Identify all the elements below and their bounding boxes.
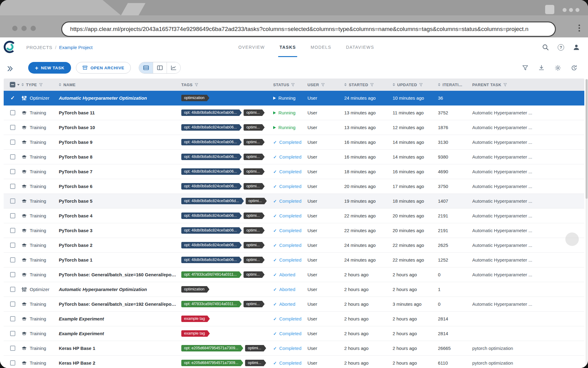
row-checkbox-cell[interactable] — [4, 301, 21, 307]
table-row[interactable]: Training PyTorch base: General/batch_siz… — [4, 267, 584, 282]
filter-icon[interactable] — [39, 83, 43, 86]
table-row[interactable]: Training PyTorch base 10 opt: 48db0b8a6c… — [4, 120, 584, 135]
row-checkbox-cell[interactable] — [4, 169, 21, 174]
select-all-checkbox[interactable] — [10, 82, 15, 87]
sort-icon[interactable] — [438, 83, 440, 86]
row-checkbox-cell[interactable] — [4, 346, 21, 351]
tab-dataviews[interactable]: DATAVIEWS — [346, 37, 374, 57]
user-avatar[interactable] — [573, 44, 580, 51]
tab-overview[interactable]: OVERVIEW — [238, 37, 265, 57]
scroll-indicator[interactable] — [565, 232, 579, 246]
sort-icon[interactable] — [393, 83, 395, 86]
table-view-button[interactable] — [139, 62, 153, 73]
row-checkbox[interactable] — [10, 228, 15, 233]
task-name[interactable]: Automatic Hyperparameter Optimization — [59, 287, 181, 292]
tab-models[interactable]: MODELS — [311, 37, 331, 57]
select-all-cell[interactable] — [4, 82, 21, 87]
table-row[interactable]: Training PyTorch base 8 opt: 48db0b8a6c8… — [4, 150, 584, 164]
task-name[interactable]: PyTorch base 7 — [59, 169, 181, 174]
new-task-button[interactable]: + NEW TASK — [28, 62, 71, 74]
row-checkbox-cell[interactable] — [4, 95, 21, 101]
row-checkbox-cell[interactable] — [4, 272, 21, 277]
sort-icon[interactable] — [59, 83, 61, 86]
row-checkbox[interactable] — [10, 331, 15, 336]
column-header-user[interactable]: USER — [307, 82, 344, 87]
column-header-name[interactable]: NAME — [59, 82, 181, 87]
filter-icon[interactable] — [522, 64, 529, 71]
column-header-parent-task[interactable]: PARENT TASK — [472, 82, 584, 87]
table-row[interactable]: Training PyTorch base 6 opt: 48db0b8a6c8… — [4, 179, 584, 194]
row-checkbox-cell[interactable] — [4, 184, 21, 189]
task-name[interactable]: PyTorch base 11 — [59, 110, 181, 115]
detail-view-button[interactable] — [153, 62, 167, 73]
task-name[interactable]: PyTorch base 6 — [59, 184, 181, 189]
sort-icon[interactable] — [344, 83, 347, 86]
filter-icon[interactable] — [195, 83, 198, 86]
window-menu-dots-icon[interactable] — [563, 8, 579, 12]
task-name[interactable]: Example Experiment — [59, 316, 181, 321]
search-icon[interactable] — [542, 44, 549, 51]
column-header-updated[interactable]: UPDATED — [393, 82, 438, 87]
task-name[interactable]: PyTorch base 5 — [59, 198, 181, 204]
column-header-type[interactable]: TYPE — [21, 82, 59, 87]
task-name[interactable]: PyTorch base 4 — [59, 213, 181, 218]
table-row[interactable]: Training PyTorch base 3 opt: 48db0b8a6c8… — [4, 223, 584, 238]
row-checkbox-cell[interactable] — [4, 257, 21, 263]
row-checkbox-cell[interactable] — [4, 125, 21, 130]
table-row[interactable]: Training PyTorch base 1 opt: 48db0b8a6c8… — [4, 253, 584, 267]
table-row[interactable]: Training PyTorch base 7 opt: 48db0b8a6c8… — [4, 164, 584, 179]
row-checkbox[interactable] — [10, 360, 15, 366]
help-icon[interactable]: ? — [558, 44, 564, 51]
row-checkbox[interactable] — [10, 243, 15, 248]
row-checkbox[interactable] — [10, 169, 15, 174]
tab-tasks[interactable]: TASKS — [280, 37, 296, 57]
table-row[interactable]: Training PyTorch base 5 opt: 48db0b8a6c8… — [4, 194, 584, 209]
task-name[interactable]: PyTorch base 3 — [59, 228, 181, 233]
task-name[interactable]: PyTorch base 1 — [59, 257, 181, 263]
table-row[interactable]: Training Example Experiment example tag … — [4, 312, 584, 326]
task-name[interactable]: PyTorch base: General/batch_size=160 Gen… — [59, 272, 181, 277]
column-header-tags[interactable]: TAGS — [181, 82, 273, 87]
table-row[interactable]: Training Keras HP Base 1 opt: e205d684f7… — [4, 341, 584, 356]
column-header-status[interactable]: STATUS — [273, 82, 307, 87]
table-row[interactable]: Training PyTorch base 4 opt: 48db0b8a6c8… — [4, 209, 584, 223]
row-checkbox[interactable] — [10, 198, 15, 204]
breadcrumb-current-project[interactable]: Example Project — [59, 45, 92, 50]
open-archive-button[interactable]: OPEN ARCHIVE — [76, 62, 131, 74]
row-checkbox[interactable] — [10, 301, 15, 307]
table-row[interactable]: Optimizer Automatic Hyperparameter Optim… — [4, 282, 584, 297]
row-checkbox[interactable] — [10, 110, 15, 115]
row-checkbox[interactable] — [10, 257, 15, 263]
compare-view-button[interactable] — [167, 62, 180, 73]
row-checkbox-cell[interactable] — [4, 140, 21, 145]
settings-gear-icon[interactable] — [554, 64, 561, 71]
filter-icon[interactable] — [503, 83, 507, 86]
filter-icon[interactable] — [419, 83, 423, 86]
filter-icon[interactable] — [321, 83, 325, 86]
download-icon[interactable] — [538, 64, 545, 71]
window-control-button[interactable] — [545, 5, 554, 14]
row-checkbox[interactable] — [10, 213, 15, 218]
row-checkbox[interactable] — [10, 140, 15, 145]
task-name[interactable]: PyTorch base 8 — [59, 154, 181, 159]
row-checkbox[interactable] — [10, 316, 15, 321]
sort-icon[interactable] — [21, 83, 24, 86]
task-name[interactable]: Keras HP Base 2 — [59, 360, 181, 366]
row-checkbox[interactable] — [10, 125, 15, 130]
table-row[interactable]: Training PyTorch base: General/batch_siz… — [4, 297, 584, 312]
row-checkbox[interactable] — [10, 272, 15, 277]
task-name[interactable]: PyTorch base 9 — [59, 140, 181, 145]
table-row[interactable]: Training Example Experiment example tag … — [4, 326, 584, 341]
select-all-caret-icon[interactable] — [17, 84, 20, 86]
row-checkbox-cell[interactable] — [4, 316, 21, 321]
breadcrumb-projects[interactable]: PROJECTS — [26, 45, 52, 50]
address-bar[interactable]: https://app.clear.ml/projects/2043a1657f… — [61, 21, 556, 37]
vertical-scrollbar[interactable] — [586, 79, 588, 367]
row-checkbox-cell[interactable] — [4, 360, 21, 366]
task-name[interactable]: PyTorch base 10 — [59, 125, 181, 130]
row-checkbox-cell[interactable] — [4, 154, 21, 159]
row-checkbox-cell[interactable] — [4, 331, 21, 336]
table-row[interactable]: Training PyTorch base 2 opt: 48db0b8a6c8… — [4, 238, 584, 253]
table-row[interactable]: Training Keras HP Base 2 opt: e205d684f7… — [4, 356, 584, 368]
scrollbar-thumb[interactable] — [586, 79, 588, 199]
